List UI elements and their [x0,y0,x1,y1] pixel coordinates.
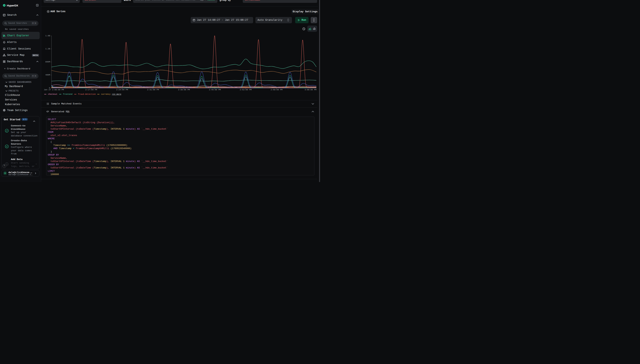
svg-text:3: 3 [6,163,8,165]
